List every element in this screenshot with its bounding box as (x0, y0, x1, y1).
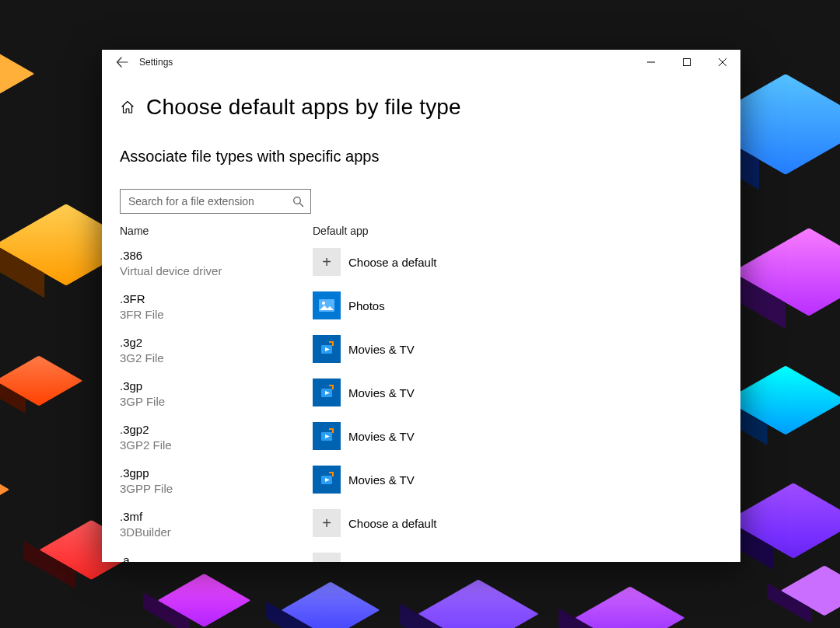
default-app-button[interactable]: +Choose a default (313, 553, 436, 562)
file-type-cell: .3FR3FR File (120, 291, 313, 323)
file-extension: .3mf (120, 509, 313, 525)
search-icon (292, 196, 304, 208)
page-title: Choose default apps by file type (146, 95, 461, 120)
arrow-left-icon (116, 56, 128, 68)
file-type-row: .3gpp3GPP FileMovies & TV (120, 462, 723, 506)
svg-rect-0 (684, 59, 691, 66)
file-type-row: .aA File+Choose a default (120, 550, 723, 562)
window-title: Settings (139, 57, 173, 68)
file-type-cell: .3gp3GP File (120, 379, 313, 410)
file-type-cell: .386Virtual device driver (120, 248, 313, 279)
file-type-cell: .3gpp3GPP File (120, 466, 313, 497)
default-app-button[interactable]: +Choose a default (313, 509, 436, 537)
file-extension: .3gpp (120, 466, 313, 481)
file-type-description: 3FR File (120, 307, 313, 323)
default-app-button[interactable]: Movies & TV (313, 379, 415, 406)
file-extension: .3g2 (120, 335, 313, 351)
file-type-list: .386Virtual device driver+Choose a defau… (120, 245, 723, 562)
file-type-cell: .3mf3DBuilder (120, 509, 313, 540)
file-extension: .3gp2 (120, 422, 313, 438)
default-app-label: Photos (348, 299, 385, 312)
home-icon (121, 100, 135, 114)
file-type-cell: .3g23G2 File (120, 335, 313, 366)
default-app-label: Choose a default (348, 560, 436, 563)
file-type-row: .3mf3DBuilder+Choose a default (120, 506, 723, 550)
file-type-description: Virtual device driver (120, 263, 313, 279)
maximize-button[interactable] (669, 50, 705, 75)
plus-icon: + (313, 553, 341, 562)
column-name-header: Name (120, 225, 313, 237)
file-type-description: 3GP2 File (120, 438, 313, 453)
file-type-row: .3g23G2 FileMovies & TV (120, 332, 723, 375)
minimize-icon (647, 58, 655, 66)
movies-tv-app-icon (313, 379, 341, 406)
svg-point-3 (322, 302, 325, 305)
content-area: Choose default apps by file type Associa… (102, 75, 740, 562)
file-type-row: .3gp3GP FileMovies & TV (120, 375, 723, 419)
movies-tv-app-icon (313, 466, 341, 494)
default-app-label: Movies & TV (348, 386, 415, 399)
close-button[interactable] (705, 50, 740, 75)
default-app-button[interactable]: Movies & TV (313, 422, 415, 450)
file-type-row: .386Virtual device driver+Choose a defau… (120, 245, 723, 288)
file-type-cell: .3gp23GP2 File (120, 422, 313, 453)
default-app-label: Movies & TV (348, 430, 415, 443)
movies-tv-app-icon (313, 422, 341, 450)
file-type-cell: .aA File (120, 553, 313, 562)
file-type-description: 3GP File (120, 394, 313, 410)
file-type-row: .3FR3FR FilePhotos (120, 288, 723, 332)
default-app-label: Choose a default (348, 517, 436, 530)
default-app-button[interactable]: Photos (313, 291, 385, 319)
default-app-button[interactable]: +Choose a default (313, 248, 436, 276)
search-input[interactable] (128, 195, 292, 208)
movies-tv-app-icon (313, 335, 341, 363)
maximize-icon (683, 58, 691, 66)
back-button[interactable] (107, 50, 138, 75)
file-extension: .3gp (120, 379, 313, 394)
file-type-description: 3DBuilder (120, 525, 313, 540)
file-type-row: .3gp23GP2 FileMovies & TV (120, 419, 723, 462)
default-app-button[interactable]: Movies & TV (313, 335, 415, 363)
columns-header: Name Default app (120, 225, 723, 237)
search-box[interactable] (120, 189, 311, 214)
file-type-description: 3G2 File (120, 351, 313, 366)
default-app-label: Choose a default (348, 256, 436, 269)
plus-icon: + (313, 248, 341, 276)
close-icon (719, 58, 726, 66)
minimize-button[interactable] (633, 50, 669, 75)
file-extension: .3FR (120, 291, 313, 307)
default-app-label: Movies & TV (348, 473, 415, 487)
default-app-label: Movies & TV (348, 343, 415, 356)
home-button[interactable] (120, 99, 135, 115)
titlebar: Settings (102, 50, 740, 75)
default-app-button[interactable]: Movies & TV (313, 466, 415, 494)
file-type-description: 3GPP File (120, 481, 313, 497)
file-extension: .386 (120, 248, 313, 263)
settings-window: Settings Choose default apps by file typ… (102, 50, 740, 562)
file-extension: .a (120, 553, 313, 562)
section-title: Associate file types with specific apps (120, 148, 723, 166)
photos-app-icon (313, 291, 341, 319)
plus-icon: + (313, 509, 341, 537)
column-default-app-header: Default app (313, 225, 723, 237)
